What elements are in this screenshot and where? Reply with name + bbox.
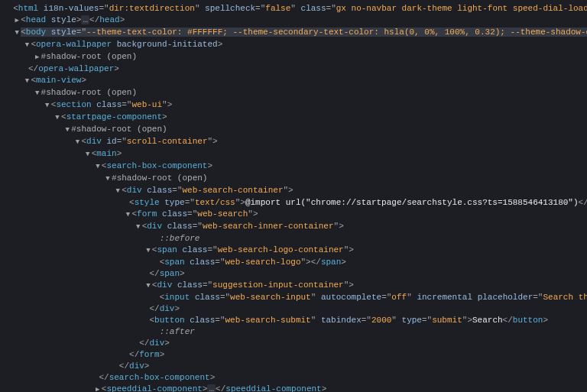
dom-node-head[interactable]: ▶<head style>…</head> xyxy=(0,15,587,27)
dom-node-main[interactable]: ▼<main> xyxy=(0,148,587,160)
dom-node-style[interactable]: <style type="text/css">@import url("chro… xyxy=(0,197,587,209)
shadow-root[interactable]: ▼#shadow-root (open) xyxy=(0,173,587,185)
collapse-icon[interactable]: ▼ xyxy=(104,173,112,185)
close-tag: </div> xyxy=(0,361,587,372)
dom-node-startpage-component[interactable]: ▼<startpage-component> xyxy=(0,112,587,124)
collapse-icon[interactable]: ▼ xyxy=(44,100,51,112)
collapse-icon[interactable]: ▼ xyxy=(23,40,31,51)
collapse-icon[interactable]: ▼ xyxy=(144,245,152,257)
dom-node-html[interactable]: <html i18n-values="dir:textdirection" sp… xyxy=(0,3,587,15)
collapse-icon[interactable]: ▼ xyxy=(124,209,131,221)
shadow-root[interactable]: ▼#shadow-root (open) xyxy=(0,87,587,99)
collapse-icon[interactable]: ▼ xyxy=(23,76,31,87)
dom-node-speeddial-component[interactable]: ▶<speeddial-component>…</speeddial-compo… xyxy=(0,384,587,392)
shadow-root[interactable]: ▶#shadow-root (open) xyxy=(0,51,587,63)
collapse-icon[interactable]: ▼ xyxy=(114,186,122,197)
dom-node-section[interactable]: ▼<section class="web-ui"> xyxy=(0,99,587,112)
dom-node-scroll-container[interactable]: ▼<div id="scroll-container"> xyxy=(0,136,587,148)
collapse-icon[interactable]: ▼ xyxy=(13,28,21,39)
dom-node-form[interactable]: ▼<form class="web-search"> xyxy=(0,209,587,221)
collapse-icon[interactable]: ▼ xyxy=(84,149,92,160)
shadow-root[interactable]: ▼#shadow-root (open) xyxy=(0,124,587,136)
expand-icon[interactable]: ▶ xyxy=(34,52,41,63)
collapse-icon[interactable]: ▼ xyxy=(135,222,142,233)
pseudo-before: ::before xyxy=(0,233,587,245)
close-tag: </div> xyxy=(0,338,587,349)
close-tag: </form> xyxy=(0,349,587,361)
collapse-icon[interactable]: ▼ xyxy=(34,88,41,99)
dom-node-logo-container[interactable]: ▼<span class="web-search-logo-container"… xyxy=(0,245,587,257)
close-tag: </search-box-component> xyxy=(0,372,587,384)
collapse-icon[interactable]: ▼ xyxy=(54,112,61,124)
dom-node-input[interactable]: <input class="web-search-input" autocomp… xyxy=(0,292,587,303)
dom-node-suggestion-input-container[interactable]: ▼<div class="suggestion-input-container"… xyxy=(0,280,587,292)
dom-node-button[interactable]: <button class="web-search-submit" tabind… xyxy=(0,315,587,326)
dom-node-search-box-component[interactable]: ▼<search-box-component> xyxy=(0,160,587,173)
dom-node-web-search-container[interactable]: ▼<div class="web-search-container"> xyxy=(0,185,587,197)
collapse-icon[interactable]: ▼ xyxy=(63,125,71,136)
dom-node-logo[interactable]: <span class="web-search-logo"></span> xyxy=(0,257,587,268)
collapse-icon[interactable]: ▼ xyxy=(73,137,81,148)
close-tag: </span> xyxy=(0,268,587,280)
close-tag: </opera-wallpaper> xyxy=(0,63,587,75)
collapse-icon[interactable]: ▼ xyxy=(144,280,152,292)
dom-node-opera-wallpaper[interactable]: ▼<opera-wallpaper background-initiated> xyxy=(0,39,587,51)
collapse-icon[interactable]: ▼ xyxy=(94,161,102,173)
expand-icon[interactable]: ▶ xyxy=(13,15,21,27)
pseudo-after: ::after xyxy=(0,326,587,338)
dom-node-main-view[interactable]: ▼<main-view> xyxy=(0,75,587,87)
expand-icon[interactable]: ▶ xyxy=(94,384,102,392)
dom-node-inner-container[interactable]: ▼<div class="web-search-inner-container"… xyxy=(0,221,587,233)
ellipsis-icon[interactable]: … xyxy=(207,384,216,392)
ellipsis-icon[interactable]: … xyxy=(81,15,89,24)
close-tag: </div> xyxy=(0,303,587,315)
dom-node-body[interactable]: ▼<body style="--theme-text-color: #FFFFF… xyxy=(0,27,587,39)
